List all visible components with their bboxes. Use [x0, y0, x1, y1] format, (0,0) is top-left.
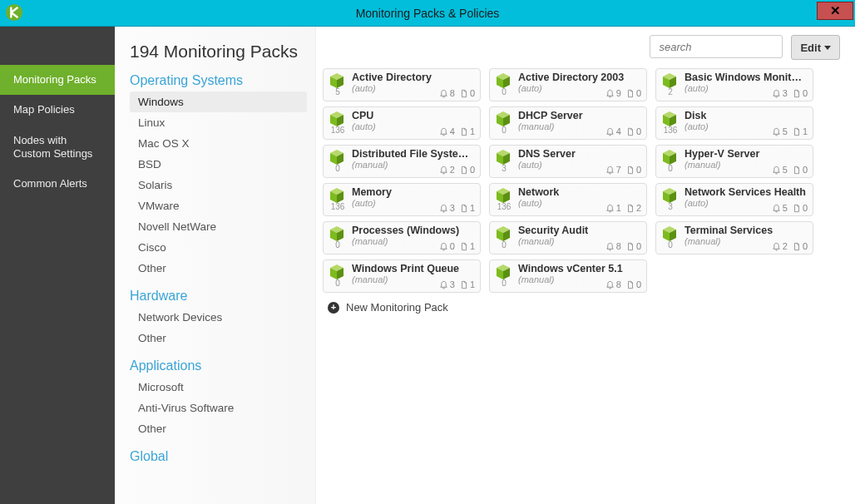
bell-icon [605, 127, 615, 136]
monitoring-pack-card[interactable]: 0DHCP Server(manual)40 [489, 106, 647, 140]
nav-item-monitoring-packs[interactable]: Monitoring Packs [0, 65, 115, 95]
category-heading[interactable]: Applications [130, 358, 307, 373]
bell-icon [772, 89, 781, 98]
pack-stats: 80 [605, 241, 641, 251]
monitoring-pack-card[interactable]: 0Active Directory 2003(auto)90 [489, 68, 647, 101]
pack-name: Active Directory 2003 [518, 72, 641, 83]
pack-doc-count: 0 [636, 126, 641, 136]
pack-name: CPU [352, 110, 475, 121]
pack-doc-count: 0 [636, 279, 641, 289]
primary-nav: Monitoring PacksMap PoliciesNodes with C… [0, 27, 115, 504]
plus-circle-icon: + [328, 302, 339, 314]
pack-alert-count: 4 [450, 126, 455, 136]
category-item[interactable]: Novell NetWare [130, 216, 307, 237]
pack-node-count: 2 [662, 87, 679, 96]
monitoring-pack-card[interactable]: 136Network(auto)12 [489, 183, 647, 216]
category-item[interactable]: Windows [130, 91, 307, 112]
pack-node-count: 3 [662, 202, 679, 211]
cube-icon [661, 187, 678, 204]
monitoring-pack-card[interactable]: 136Disk(auto)51 [655, 106, 813, 140]
category-item[interactable]: VMware [130, 195, 307, 216]
pack-node-count: 0 [496, 240, 512, 250]
pack-stats: 70 [605, 165, 641, 175]
category-item[interactable]: Other [130, 418, 307, 439]
category-heading[interactable]: Global [130, 449, 307, 464]
pack-mode: (auto) [352, 83, 376, 93]
monitoring-pack-card[interactable]: 136Memory(auto)31 [323, 183, 481, 216]
pack-mode: (auto) [684, 121, 709, 131]
pack-doc-count: 0 [636, 88, 641, 98]
category-heading[interactable]: Operating Systems [130, 73, 307, 88]
pack-node-count: 136 [496, 202, 512, 211]
main-pane: Edit 5Active Directory(auto)80 0Active D… [316, 27, 855, 504]
pack-stats: 31 [439, 203, 475, 213]
monitoring-pack-card[interactable]: 0Distributed File System (D...(manual)20 [323, 145, 481, 178]
pack-alert-count: 0 [450, 241, 455, 251]
pack-stats: 80 [439, 88, 475, 98]
pack-node-count: 0 [329, 164, 346, 173]
pack-alert-count: 1 [616, 203, 621, 213]
bell-icon [772, 166, 781, 175]
pack-doc-count: 2 [636, 203, 641, 213]
cube-icon [495, 264, 512, 280]
category-item[interactable]: BSD [130, 154, 307, 175]
monitoring-pack-card[interactable]: 3Network Services Health(auto)50 [655, 183, 813, 216]
bell-icon [605, 280, 615, 289]
pack-node-count: 0 [329, 279, 346, 288]
pack-doc-count: 1 [470, 203, 475, 213]
category-item[interactable]: Cisco [130, 237, 307, 258]
category-item[interactable]: Network Devices [130, 307, 307, 328]
chevron-down-icon [824, 46, 831, 50]
document-icon [460, 280, 468, 289]
pack-name: Active Directory [352, 72, 475, 83]
category-item[interactable]: Microsoft [130, 377, 307, 398]
cube-icon [495, 149, 512, 166]
category-item[interactable]: Solaris [130, 175, 307, 195]
monitoring-pack-card[interactable]: 5Active Directory(auto)80 [323, 68, 481, 101]
category-item[interactable]: Other [130, 328, 307, 348]
edit-menu-button[interactable]: Edit [791, 35, 840, 60]
nav-item-map-policies[interactable]: Map Policies [0, 95, 115, 125]
category-heading[interactable]: Hardware [130, 289, 307, 304]
document-icon [460, 242, 468, 251]
category-item[interactable]: Anti-Virus Software [130, 398, 307, 418]
pack-alert-count: 5 [783, 126, 788, 136]
monitoring-pack-card[interactable]: 2Basic Windows Monitoring(auto)30 [655, 68, 813, 101]
pack-stats: 80 [605, 279, 641, 289]
pack-doc-count: 1 [470, 279, 475, 289]
category-item[interactable]: Other [130, 258, 307, 279]
pack-name: Windows vCenter 5.1 [518, 263, 641, 274]
category-sidebar: 194 Monitoring Packs Operating SystemsWi… [115, 27, 316, 504]
pack-stats: 20 [439, 165, 475, 175]
pack-mode: (manual) [518, 236, 554, 246]
search-input[interactable] [650, 35, 783, 58]
cube-icon [495, 225, 512, 242]
monitoring-pack-card[interactable]: 0Security Audit(manual)80 [489, 221, 647, 254]
pack-stats: 50 [772, 165, 808, 175]
category-item[interactable]: Linux [130, 112, 307, 133]
document-icon [793, 127, 801, 136]
monitoring-pack-card[interactable]: 0Windows Print Queue(manual)31 [323, 259, 481, 293]
pack-stats: 30 [772, 88, 808, 98]
monitoring-pack-card[interactable]: 0Hyper-V Server(manual)50 [655, 145, 813, 178]
monitoring-pack-card[interactable]: 0Processes (Windows)(manual)01 [323, 221, 481, 254]
cube-icon [329, 111, 345, 127]
new-monitoring-pack-button[interactable]: + New Monitoring Pack [323, 301, 840, 314]
monitoring-pack-card[interactable]: 3DNS Server(auto)70 [489, 145, 647, 178]
document-icon [793, 242, 801, 251]
document-icon [460, 204, 468, 213]
nav-item-common-alerts[interactable]: Common Alerts [0, 169, 115, 199]
pack-name: Memory [352, 186, 475, 198]
pack-doc-count: 0 [470, 88, 475, 98]
pack-mode: (manual) [518, 274, 554, 284]
cube-icon [495, 187, 512, 204]
bell-icon [439, 166, 448, 175]
pack-alert-count: 3 [450, 279, 455, 289]
pack-alert-count: 9 [616, 88, 621, 98]
category-item[interactable]: Mac OS X [130, 133, 307, 154]
monitoring-pack-card[interactable]: 0Windows vCenter 5.1(manual)80 [489, 259, 647, 293]
nav-item-nodes-with-custom-settings[interactable]: Nodes with Custom Settings [0, 126, 115, 170]
monitoring-pack-card[interactable]: 136CPU(auto)41 [323, 106, 481, 140]
monitoring-pack-card[interactable]: 0Terminal Services(manual)20 [655, 221, 813, 254]
window-close-button[interactable]: ✕ [817, 2, 853, 20]
